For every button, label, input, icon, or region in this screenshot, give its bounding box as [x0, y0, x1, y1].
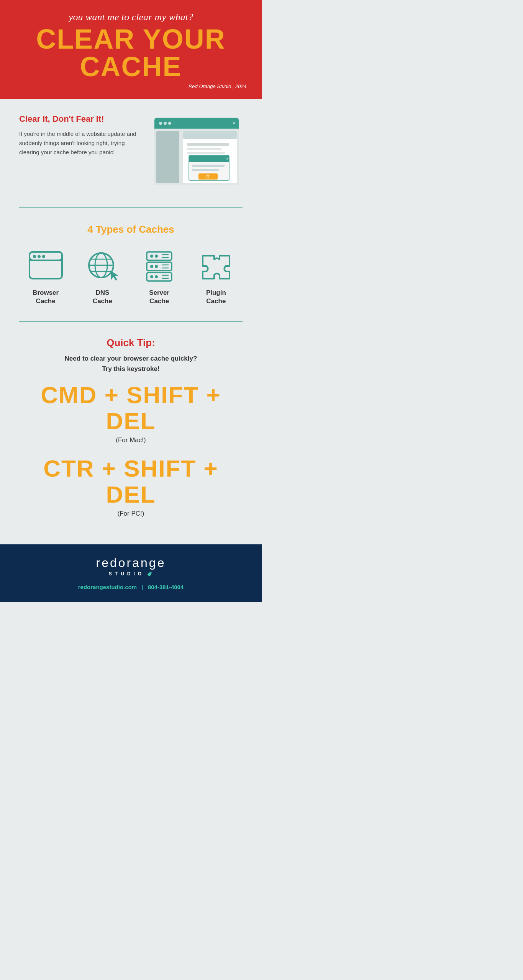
types-grid: BrowserCache DNSCache [19, 249, 243, 305]
type-server-cache: ServerCache [134, 249, 184, 305]
svg-point-37 [150, 255, 153, 258]
svg-rect-13 [187, 152, 225, 154]
svg-rect-12 [187, 148, 221, 150]
types-section: 4 Types of Caches BrowserCache [0, 208, 262, 321]
intro-body: If you're in the middle of a website upd… [19, 129, 139, 157]
svg-text:×: × [226, 157, 228, 161]
intro-text-block: Clear It, Don't Fear It! If you're in th… [19, 114, 139, 157]
svg-point-3 [159, 122, 162, 125]
svg-point-27 [42, 255, 45, 258]
pc-label: (For PC!) [19, 510, 243, 518]
svg-point-45 [150, 275, 153, 278]
footer-website: redorangestudio.com [78, 584, 137, 590]
header-title: CLEAR YOUR CACHE [15, 25, 246, 80]
browser-window-svg: × × 🗑 [151, 114, 243, 191]
header-subtitle: you want me to clear my what? [15, 11, 246, 23]
svg-rect-8 [156, 131, 179, 183]
svg-point-4 [164, 122, 167, 125]
browser-cache-label: BrowserCache [33, 289, 59, 305]
svg-rect-10 [183, 131, 237, 139]
footer-logo-studio: STUDIO [109, 571, 144, 577]
svg-point-46 [155, 275, 158, 278]
footer-logo-main: redorange [15, 556, 246, 570]
header-credit: Red Orange Studio , 2024 [15, 83, 246, 89]
mac-label: (For Mac!) [19, 436, 243, 444]
svg-point-26 [38, 255, 41, 258]
tip-body: Need to clear your browser cache quickly… [19, 353, 243, 374]
svg-rect-11 [187, 143, 229, 146]
svg-marker-33 [111, 271, 118, 281]
pc-shortcut: CTR + SHIFT + DEL [19, 456, 243, 508]
svg-rect-17 [192, 165, 225, 167]
browser-illustration: × × 🗑 [151, 114, 243, 192]
footer-contact: redorangestudio.com | 804-381-4004 [15, 584, 246, 591]
intro-heading: Clear It, Don't Fear It! [19, 114, 139, 124]
intro-section: Clear It, Don't Fear It! If you're in th… [0, 99, 262, 207]
svg-point-25 [33, 255, 36, 258]
server-cache-icon [140, 249, 179, 283]
footer-divider: | [142, 584, 143, 590]
dns-cache-icon [83, 249, 121, 283]
svg-text:🗑: 🗑 [206, 174, 210, 179]
svg-point-38 [155, 255, 158, 258]
svg-point-5 [168, 122, 171, 125]
plugin-cache-label: PluginCache [206, 289, 226, 305]
type-dns-cache: DNSCache [77, 249, 127, 305]
svg-rect-18 [192, 169, 219, 171]
server-cache-label: ServerCache [149, 289, 169, 305]
browser-cache-icon [26, 249, 65, 283]
types-heading: 4 Types of Caches [19, 224, 243, 235]
svg-text:×: × [233, 120, 235, 126]
footer-section: redorange STUDIO redorangestudio.com | 8… [0, 544, 262, 602]
tip-heading: Quick Tip: [19, 337, 243, 349]
type-plugin-cache: PluginCache [191, 249, 241, 305]
svg-point-42 [155, 265, 158, 268]
footer-leaf-icon [147, 571, 153, 577]
footer-logo-studio-row: STUDIO [15, 571, 246, 577]
plugin-cache-icon [197, 249, 235, 283]
type-browser-cache: BrowserCache [21, 249, 70, 305]
svg-rect-2 [154, 125, 239, 129]
svg-rect-15 [189, 155, 229, 162]
svg-point-41 [150, 265, 153, 268]
mac-shortcut: CMD + SHIFT + DEL [19, 382, 243, 434]
header-section: you want me to clear my what? CLEAR YOUR… [0, 0, 262, 99]
dns-cache-label: DNSCache [93, 289, 112, 305]
footer-phone: 804-381-4004 [148, 584, 184, 590]
tip-section: Quick Tip: Need to clear your browser ca… [0, 322, 262, 544]
